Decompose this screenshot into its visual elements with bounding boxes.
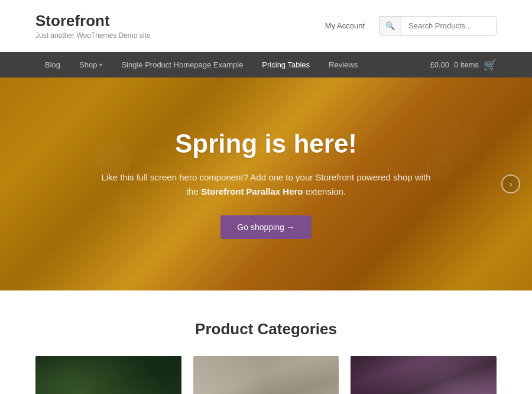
chevron-down-icon: ▾ xyxy=(99,62,102,68)
category-image-3 xyxy=(351,356,497,394)
hero-desc-link: Storefront Parallax Hero xyxy=(201,186,303,196)
site-title[interactable]: Storefront xyxy=(35,12,110,30)
hero-title: Spring is here! xyxy=(100,129,432,159)
nav-right: £0.00 0 items 🛒 xyxy=(430,59,497,72)
site-branding: Storefront Just another WooThemes Demo s… xyxy=(35,12,151,40)
cart-icon[interactable]: 🛒 xyxy=(484,59,497,72)
hero-content: Spring is here! Like this full screen he… xyxy=(89,129,443,239)
nav-item-pricing-tables[interactable]: Pricing Tables xyxy=(252,52,319,77)
category-image-1 xyxy=(35,356,181,394)
category-card-3[interactable] xyxy=(351,356,497,394)
header-right: My Account 🔍 xyxy=(325,16,497,35)
hero-cta-button[interactable]: Go shopping → xyxy=(220,215,311,239)
nav-item-shop[interactable]: Shop ▾ xyxy=(70,52,112,77)
site-tagline: Just another WooThemes Demo site xyxy=(35,31,151,40)
site-navigation: Blog Shop ▾ Single Product Homepage Exam… xyxy=(0,52,532,77)
hero-next-arrow[interactable]: › xyxy=(501,175,520,193)
category-card-1[interactable] xyxy=(35,356,181,394)
nav-left: Blog Shop ▾ Single Product Homepage Exam… xyxy=(35,52,367,77)
categories-grid xyxy=(35,356,497,394)
hero-section: Spring is here! Like this full screen he… xyxy=(0,77,532,290)
category-card-2[interactable] xyxy=(193,356,339,394)
search-input[interactable] xyxy=(401,17,496,35)
hero-description: Like this full screen hero component? Ad… xyxy=(100,170,432,199)
my-account-link[interactable]: My Account xyxy=(325,21,365,30)
categories-title: Product Categories xyxy=(35,320,497,338)
nav-item-blog[interactable]: Blog xyxy=(35,52,70,77)
nav-item-single-product[interactable]: Single Product Homepage Example xyxy=(112,52,252,77)
nav-item-reviews[interactable]: Reviews xyxy=(319,52,367,77)
category-image-2 xyxy=(193,356,339,394)
hero-desc-end: extension. xyxy=(303,186,346,196)
search-form: 🔍 xyxy=(379,16,497,35)
cart-items-count: 0 items xyxy=(454,60,479,69)
cart-total: £0.00 xyxy=(430,60,450,69)
site-header: Storefront Just another WooThemes Demo s… xyxy=(0,0,532,52)
search-icon: 🔍 xyxy=(379,17,401,35)
categories-section: Product Categories xyxy=(0,290,532,394)
